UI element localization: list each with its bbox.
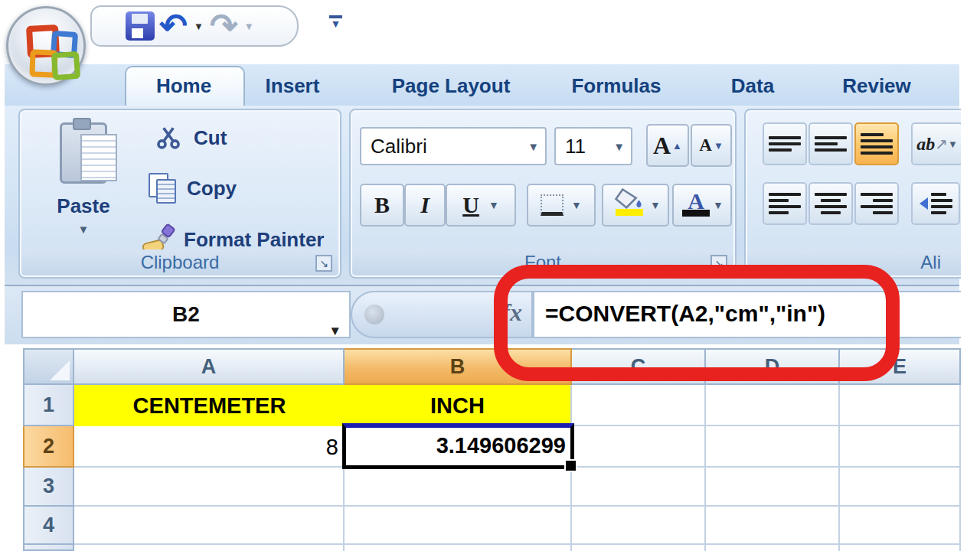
decrease-indent-button[interactable] bbox=[911, 182, 960, 225]
ribbon: Paste ▼ Cut Copy bbox=[5, 106, 959, 287]
font-family-combo[interactable]: Calibri ▼ bbox=[360, 127, 547, 165]
tab-page-layout[interactable]: Page Layout bbox=[380, 66, 522, 106]
underline-button[interactable]: U ▼ bbox=[446, 184, 516, 227]
align-center-button[interactable] bbox=[808, 182, 853, 225]
top-align-button[interactable] bbox=[763, 122, 807, 165]
align-center-icon bbox=[815, 193, 847, 214]
chevron-down-icon: ▼ bbox=[329, 20, 342, 28]
borders-icon bbox=[541, 194, 564, 216]
tab-home[interactable]: Home bbox=[130, 66, 237, 106]
font-size-value: 11 bbox=[565, 135, 586, 158]
cell-a1[interactable]: CENTEMETER bbox=[74, 385, 345, 426]
tab-insert[interactable]: Insert bbox=[254, 66, 331, 106]
redo-dropdown-icon[interactable]: ▼ bbox=[243, 21, 256, 32]
copy-button[interactable]: Copy bbox=[149, 173, 237, 204]
chevron-down-icon[interactable]: ▼ bbox=[528, 140, 545, 153]
tab-formulas[interactable]: Formulas bbox=[567, 66, 666, 106]
middle-align-button[interactable] bbox=[808, 122, 853, 165]
paste-button[interactable]: Paste ▼ bbox=[37, 119, 130, 236]
tab-data[interactable]: Data bbox=[718, 66, 787, 106]
paste-clipboard-icon bbox=[60, 122, 107, 184]
font-color-icon: ​ A bbox=[681, 188, 711, 222]
fill-handle[interactable] bbox=[564, 459, 577, 472]
tab-review[interactable]: Review bbox=[835, 66, 919, 106]
annotation-highlight-box bbox=[494, 265, 900, 381]
paste-label: Paste bbox=[37, 194, 130, 218]
cell-b2-selected[interactable]: 3.149606299 bbox=[342, 423, 574, 469]
row-header-3[interactable]: 3 bbox=[23, 468, 74, 507]
clipboard-group: Paste ▼ Cut Copy bbox=[18, 109, 341, 279]
cell-a2[interactable]: 8 bbox=[74, 426, 338, 468]
orientation-icon: ab bbox=[916, 134, 935, 155]
undo-dropdown-icon[interactable]: ▼ bbox=[192, 21, 205, 32]
quick-access-toolbar: ↶ ▼ ↷ ▼ bbox=[90, 5, 299, 47]
middle-align-icon bbox=[815, 136, 847, 152]
chevron-down-icon[interactable]: ▼ bbox=[613, 140, 631, 153]
borders-button[interactable]: ▼ bbox=[527, 184, 596, 227]
cell-b2-value: 3.149606299 bbox=[436, 433, 566, 458]
font-color-dropdown-icon[interactable]: ▼ bbox=[713, 199, 724, 211]
top-align-icon bbox=[769, 136, 801, 152]
grow-font-button[interactable]: A ▲ bbox=[646, 124, 689, 167]
gridline bbox=[74, 505, 962, 507]
bold-button[interactable]: B bbox=[360, 184, 404, 227]
column-header-a[interactable]: A bbox=[74, 348, 345, 385]
orientation-button[interactable]: ab ↗ ▼ bbox=[911, 122, 963, 165]
font-color-button[interactable]: ​ A ▼ bbox=[672, 184, 732, 227]
save-icon[interactable] bbox=[126, 11, 155, 41]
orientation-arrow-icon: ↗ bbox=[935, 135, 948, 153]
row-header-5-partial bbox=[23, 545, 74, 551]
bottom-align-icon bbox=[861, 133, 893, 155]
cell-b1[interactable]: INCH bbox=[345, 385, 570, 426]
italic-button[interactable]: I bbox=[404, 184, 446, 227]
shrink-font-arrow-icon: ▼ bbox=[714, 140, 724, 152]
select-all-button[interactable] bbox=[23, 348, 74, 385]
customize-quick-access-toolbar-button[interactable]: ▼ bbox=[329, 15, 342, 28]
clipboard-dialog-launcher[interactable]: ↘ bbox=[315, 255, 332, 272]
gridline bbox=[74, 543, 962, 545]
align-left-button[interactable] bbox=[763, 182, 807, 225]
name-box[interactable]: B2 ▼ bbox=[21, 291, 351, 338]
align-left-icon bbox=[769, 193, 801, 214]
borders-dropdown-icon[interactable]: ▼ bbox=[571, 199, 582, 211]
font-family-value: Calibri bbox=[371, 135, 427, 158]
orientation-dropdown-icon[interactable]: ▼ bbox=[948, 139, 958, 150]
paste-dropdown-icon[interactable]: ▼ bbox=[37, 223, 130, 236]
copy-pages-icon bbox=[149, 173, 178, 204]
align-right-icon bbox=[861, 193, 893, 214]
bottom-align-button[interactable] bbox=[854, 122, 899, 165]
clipboard-group-label: Clipboard bbox=[21, 249, 338, 276]
underline-dropdown-icon[interactable]: ▼ bbox=[488, 199, 499, 211]
shrink-font-button[interactable]: A ▼ bbox=[691, 124, 732, 167]
office-button[interactable] bbox=[6, 6, 86, 86]
paint-bucket-icon bbox=[610, 189, 648, 221]
undo-icon[interactable]: ↶ bbox=[159, 11, 188, 41]
select-all-triangle-icon bbox=[50, 360, 70, 380]
row-header-4[interactable]: 4 bbox=[23, 507, 74, 545]
redo-icon[interactable]: ↷ bbox=[210, 11, 238, 41]
alignment-group: ab ↗ ▼ bbox=[744, 109, 964, 279]
insert-function-button[interactable] bbox=[364, 305, 384, 324]
gridline bbox=[838, 385, 840, 551]
fill-color-dropdown-icon[interactable]: ▼ bbox=[650, 199, 661, 211]
align-right-button[interactable] bbox=[854, 182, 899, 225]
decrease-indent-arrow-icon bbox=[920, 197, 928, 210]
cut-button[interactable]: Cut bbox=[154, 124, 227, 152]
scissors-icon bbox=[154, 124, 183, 152]
font-group: Calibri ▼ 11 ▼ A ▲ A ▼ B I U bbox=[349, 109, 737, 279]
indent-bars-icon bbox=[931, 193, 952, 214]
font-size-combo[interactable]: 11 ▼ bbox=[554, 127, 632, 165]
row-header-2[interactable]: 2 bbox=[23, 426, 74, 468]
name-box-value: B2 bbox=[172, 302, 200, 326]
grow-font-arrow-icon: ▲ bbox=[672, 140, 682, 152]
gridline bbox=[704, 385, 706, 551]
row-header-1[interactable]: 1 bbox=[23, 385, 74, 426]
excel-window: Home Insert Page Layout Formulas Data Re… bbox=[0, 0, 980, 551]
fill-color-button[interactable]: ▼ bbox=[602, 184, 669, 227]
right-margin bbox=[961, 46, 980, 551]
